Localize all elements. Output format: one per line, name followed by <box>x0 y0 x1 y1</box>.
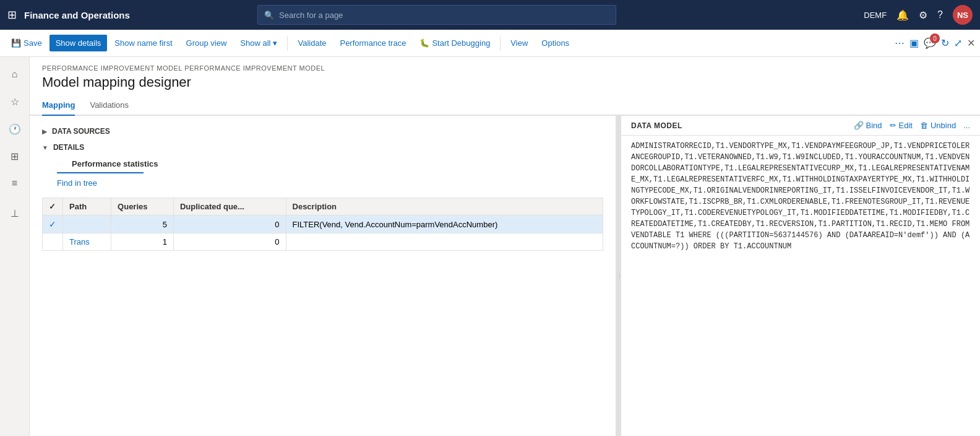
row-description <box>286 233 603 251</box>
sidebar-workspaces-icon[interactable]: ⊞ <box>2 144 27 168</box>
main-layout: ⌂ ☆ 🕐 ⊞ ≡ ⊥ PERFORMANCE IMPROVEMENT MODE… <box>0 57 980 436</box>
tab-mapping[interactable]: Mapping <box>42 95 75 116</box>
unbind-link[interactable]: 🗑 Unbind <box>920 121 956 130</box>
right-panel-actions: 🔗 Bind ✏ Edit 🗑 Unbind ... <box>854 121 970 130</box>
performance-statistics-label: Performance statistics <box>57 155 603 172</box>
breadcrumb: PERFORMANCE IMPROVEMENT MODEL PERFORMANC… <box>30 57 980 72</box>
refresh-icon[interactable]: ↻ <box>941 37 949 49</box>
col-description[interactable]: Description <box>286 198 603 216</box>
data-sources-label: DATA SOURCES <box>52 127 110 136</box>
table-row[interactable]: Trans 1 0 <box>43 233 603 251</box>
col-duplicated[interactable]: Duplicated que... <box>173 198 286 216</box>
sidebar: ⌂ ☆ 🕐 ⊞ ≡ ⊥ <box>0 57 30 436</box>
favorites-icon[interactable]: ⋯ <box>895 37 905 49</box>
separator-2 <box>500 36 501 51</box>
sidebar-modules-icon[interactable]: ≡ <box>2 171 27 196</box>
col-check: ✓ <box>43 198 63 216</box>
validate-button[interactable]: Validate <box>291 35 332 51</box>
main-content: PERFORMANCE IMPROVEMENT MODEL PERFORMANC… <box>30 57 980 436</box>
col-path[interactable]: Path <box>63 198 111 216</box>
sidebar-favorites-icon[interactable]: ☆ <box>2 89 27 114</box>
search-bar[interactable]: 🔍 <box>257 5 616 25</box>
performance-table: ✓ Path Queries Duplicated que... Descrip… <box>42 198 603 251</box>
help-icon[interactable]: ? <box>937 9 943 20</box>
col-queries[interactable]: Queries <box>111 198 174 216</box>
sidebar-home-icon[interactable]: ⌂ <box>2 62 27 87</box>
sidebar-recent-icon[interactable]: 🕐 <box>2 116 27 141</box>
performance-trace-button[interactable]: Performance trace <box>333 35 412 51</box>
show-name-button[interactable]: Show name first <box>108 35 178 51</box>
expand-icon: ▶ <box>42 128 47 135</box>
page-title: Model mapping designer <box>30 72 980 95</box>
table-row[interactable]: ✓ 5 0 FILTER(Vend, Vend.AccountNum=parmV… <box>43 216 603 233</box>
row-path[interactable]: Trans <box>63 233 111 251</box>
sidebar-filter-icon[interactable]: ⊥ <box>2 201 27 225</box>
content-area: ▶ DATA SOURCES ▼ DETAILS Performance sta… <box>30 116 980 436</box>
view-button[interactable]: View <box>504 35 534 51</box>
edit-link[interactable]: ✏ Edit <box>890 121 913 130</box>
debug-icon: 🐛 <box>419 38 429 48</box>
checkmark-icon: ✓ <box>49 219 56 229</box>
bind-link[interactable]: 🔗 Bind <box>854 121 882 130</box>
group-view-button[interactable]: Group view <box>180 35 233 51</box>
more-link[interactable]: ... <box>963 121 970 130</box>
right-panel-title: DATA MODEL <box>631 121 682 130</box>
panel-icon[interactable]: ▣ <box>909 37 919 49</box>
row-duplicated: 0 <box>173 233 286 251</box>
tabs: Mapping Validations <box>30 95 980 116</box>
show-details-button[interactable]: Show details <box>49 35 108 51</box>
find-in-tree-link[interactable]: Find in tree <box>57 173 97 193</box>
row-queries: 5 <box>111 216 174 233</box>
avatar[interactable]: NS <box>953 5 973 25</box>
data-sources-section[interactable]: ▶ DATA SOURCES <box>42 123 603 139</box>
start-debugging-button[interactable]: 🐛 Start Debugging <box>413 35 496 51</box>
search-input[interactable] <box>279 11 609 20</box>
command-bar: 💾 Save Show details Show name first Grou… <box>0 30 980 57</box>
row-queries: 1 <box>111 233 174 251</box>
grid-icon[interactable]: ⊞ <box>7 8 17 22</box>
options-button[interactable]: Options <box>535 35 575 51</box>
close-icon[interactable]: ✕ <box>967 37 975 49</box>
row-check: ✓ <box>43 216 63 233</box>
right-panel-content: ADMINISTRATORRECID,T1.VENDORTYPE_MX,T1.V… <box>621 136 980 436</box>
link-icon: 🔗 <box>854 121 864 130</box>
notification-badge[interactable]: 💬 0 <box>924 37 936 49</box>
open-new-icon[interactable]: ⤢ <box>954 37 962 49</box>
search-icon: 🔍 <box>264 11 274 20</box>
separator-1 <box>287 36 288 51</box>
settings-icon[interactable]: ⚙ <box>919 9 927 21</box>
top-navigation: ⊞ Finance and Operations 🔍 DEMF 🔔 ⚙ ? NS <box>0 0 980 30</box>
row-description: FILTER(Vend, Vend.AccountNum=parmVendAcc… <box>286 216 603 233</box>
chevron-down-icon: ▾ <box>273 38 277 48</box>
collapse-icon: ▼ <box>42 144 48 151</box>
save-button[interactable]: 💾 Save <box>5 35 48 51</box>
right-panel: DATA MODEL 🔗 Bind ✏ Edit 🗑 Unbind <box>621 116 980 436</box>
edit-icon: ✏ <box>890 121 896 130</box>
tab-validations[interactable]: Validations <box>90 95 129 116</box>
save-icon: 💾 <box>11 38 21 48</box>
row-path <box>63 216 111 233</box>
unbind-icon: 🗑 <box>920 121 928 130</box>
right-panel-header: DATA MODEL 🔗 Bind ✏ Edit 🗑 Unbind <box>621 116 980 136</box>
app-title: Finance and Operations <box>24 10 130 20</box>
row-duplicated: 0 <box>173 216 286 233</box>
show-all-button[interactable]: Show all ▾ <box>234 35 283 51</box>
details-section[interactable]: ▼ DETAILS <box>42 139 603 155</box>
row-check <box>43 233 63 251</box>
left-panel: ▶ DATA SOURCES ▼ DETAILS Performance sta… <box>30 116 617 436</box>
details-label: DETAILS <box>53 143 84 152</box>
environment-label: DEMF <box>864 11 887 20</box>
top-nav-right: DEMF 🔔 ⚙ ? NS <box>864 5 973 25</box>
bell-icon[interactable]: 🔔 <box>896 9 909 21</box>
